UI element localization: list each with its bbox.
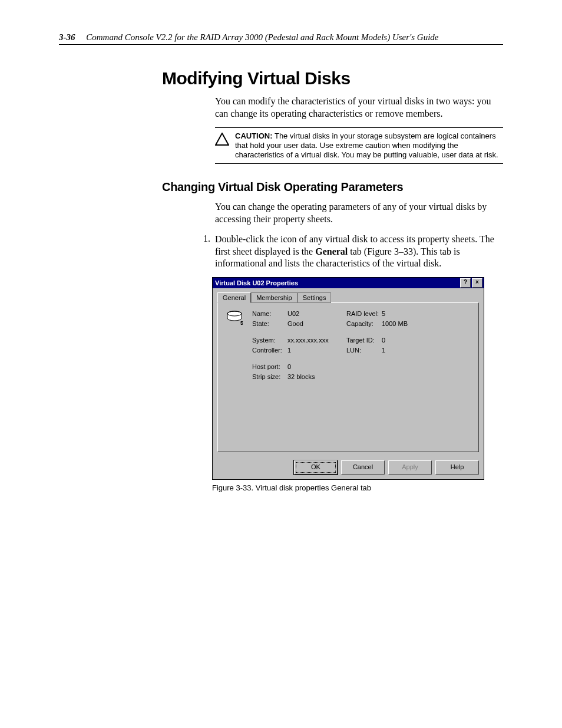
svg-marker-0 bbox=[216, 133, 229, 145]
caution-box: CAUTION: The virtual disks in your stora… bbox=[215, 127, 503, 164]
caution-label: CAUTION: bbox=[235, 131, 273, 140]
label-controller: Controller: bbox=[252, 347, 287, 354]
caution-icon bbox=[215, 133, 229, 148]
properties-grid: Name: U02 RAID level: 5 State: Good Capa… bbox=[252, 310, 470, 380]
figure-dialog: Virtual Disk U02 Properties ? × General … bbox=[212, 277, 503, 480]
step-bold: General bbox=[315, 246, 348, 256]
caution-body: The virtual disks in your storage subsys… bbox=[235, 131, 498, 160]
properties-dialog: Virtual Disk U02 Properties ? × General … bbox=[212, 277, 484, 480]
help-icon[interactable]: ? bbox=[460, 278, 471, 288]
value-system: xx.xxx.xxx.xxx bbox=[287, 337, 346, 344]
tab-general[interactable]: General bbox=[217, 292, 251, 303]
apply-button[interactable]: Apply bbox=[388, 460, 432, 475]
virtual-disk-icon: 5 bbox=[226, 310, 244, 380]
value-target: 0 bbox=[382, 337, 417, 344]
value-lun: 1 bbox=[382, 347, 417, 354]
label-lun: LUN: bbox=[346, 347, 382, 354]
step-1: 1. Double-click the icon of any virtual … bbox=[203, 233, 503, 270]
label-hostport: Host port: bbox=[252, 363, 287, 370]
label-state: State: bbox=[252, 320, 287, 327]
doc-title: Command Console V2.2 for the RAID Array … bbox=[86, 32, 438, 42]
label-strip: Strip size: bbox=[252, 373, 287, 380]
value-strip: 32 blocks bbox=[287, 373, 346, 380]
label-name: Name: bbox=[252, 310, 287, 317]
step-number: 1. bbox=[203, 233, 214, 245]
tab-strip: General Membership Settings bbox=[213, 288, 484, 302]
close-icon[interactable]: × bbox=[472, 278, 482, 288]
intro-paragraph: You can modify the characteristics of yo… bbox=[215, 95, 503, 120]
heading-2: Changing Virtual Disk Operating Paramete… bbox=[162, 180, 503, 194]
disk-icon-badge: 5 bbox=[240, 320, 243, 325]
label-raid: RAID level: bbox=[346, 310, 382, 317]
caution-text: CAUTION: The virtual disks in your stora… bbox=[235, 131, 501, 160]
page-header: 3-36 Command Console V2.2 for the RAID A… bbox=[59, 32, 503, 45]
tab-membership[interactable]: Membership bbox=[251, 292, 297, 303]
value-name: U02 bbox=[287, 310, 346, 317]
dialog-title: Virtual Disk U02 Properties bbox=[215, 279, 459, 286]
label-capacity: Capacity: bbox=[346, 320, 382, 327]
value-capacity: 1000 MB bbox=[382, 320, 417, 327]
ok-button[interactable]: OK bbox=[294, 460, 338, 475]
page: 3-36 Command Console V2.2 for the RAID A… bbox=[0, 0, 562, 528]
value-controller: 1 bbox=[287, 347, 346, 354]
tab-panel-general: 5 Name: U02 RAID level: 5 State: Good Ca… bbox=[217, 302, 479, 452]
figure-caption: Figure 3-33. Virtual disk properties Gen… bbox=[212, 483, 503, 492]
paragraph-2: You can change the operating parameters … bbox=[215, 201, 503, 226]
dialog-titlebar[interactable]: Virtual Disk U02 Properties ? × bbox=[213, 278, 484, 288]
heading-1: Modifying Virtual Disks bbox=[162, 68, 503, 88]
page-number: 3-36 bbox=[59, 32, 75, 42]
label-system: System: bbox=[252, 337, 287, 344]
tab-settings[interactable]: Settings bbox=[297, 292, 332, 303]
value-hostport: 0 bbox=[287, 363, 346, 370]
dialog-button-row: OK Cancel Apply Help bbox=[213, 457, 484, 479]
cancel-button[interactable]: Cancel bbox=[341, 460, 385, 475]
value-state: Good bbox=[287, 320, 346, 327]
label-target: Target ID: bbox=[346, 337, 382, 344]
value-raid: 5 bbox=[382, 310, 417, 317]
help-button[interactable]: Help bbox=[435, 460, 479, 475]
